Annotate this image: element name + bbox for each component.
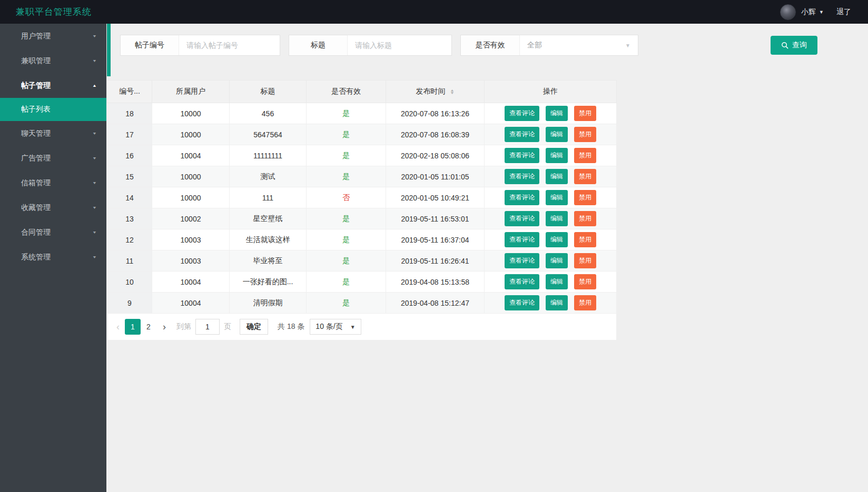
cell-title: 星空壁纸 bbox=[230, 208, 307, 229]
title-label: 标题 bbox=[289, 35, 348, 55]
cell-title: 5647564 bbox=[230, 124, 307, 145]
sidebar-item-label: 用户管理 bbox=[21, 32, 92, 41]
cell-title: 11111111 bbox=[230, 145, 307, 166]
disable-button[interactable]: 禁用 bbox=[574, 232, 596, 247]
posts-table: 编号... 所属用户 标题 是否有效 发布时间 ▲▼ 操作 18 10000 4… bbox=[107, 80, 617, 314]
cell-user: 10004 bbox=[152, 145, 230, 166]
cell-title: 清明假期 bbox=[230, 293, 307, 314]
view-comments-button[interactable]: 查看评论 bbox=[505, 232, 539, 247]
confirm-button[interactable]: 确定 bbox=[240, 319, 268, 335]
view-comments-button[interactable]: 查看评论 bbox=[505, 253, 539, 268]
sidebar-item-4[interactable]: 聊天管理▼ bbox=[0, 121, 106, 146]
cell-actions: 查看评论 编辑 禁用 bbox=[485, 166, 617, 187]
sidebar-item-label: 兼职管理 bbox=[21, 56, 92, 66]
cell-time: 2020-02-18 05:08:06 bbox=[386, 145, 485, 166]
disable-button[interactable]: 禁用 bbox=[574, 148, 596, 163]
view-comments-button[interactable]: 查看评论 bbox=[505, 211, 539, 226]
col-time[interactable]: 发布时间 ▲▼ bbox=[386, 81, 485, 103]
disable-button[interactable]: 禁用 bbox=[574, 190, 596, 205]
edit-button[interactable]: 编辑 bbox=[546, 148, 568, 163]
page-size-select[interactable]: 10 条/页 ▼ bbox=[310, 319, 361, 335]
chevron-down-icon: ▼ bbox=[92, 156, 97, 160]
disable-button[interactable]: 禁用 bbox=[574, 253, 596, 268]
cell-actions: 查看评论 编辑 禁用 bbox=[485, 272, 617, 293]
edit-button[interactable]: 编辑 bbox=[546, 127, 568, 142]
disable-button[interactable]: 禁用 bbox=[574, 127, 596, 142]
sort-icon[interactable]: ▲▼ bbox=[450, 89, 454, 94]
logout-link[interactable]: 退了 bbox=[836, 7, 851, 17]
sidebar-item-9[interactable]: 系统管理▼ bbox=[0, 245, 106, 269]
search-button[interactable]: 查询 bbox=[771, 36, 817, 55]
page-button-1[interactable]: 1 bbox=[125, 319, 141, 335]
sidebar-item-3[interactable]: 帖子列表 bbox=[0, 98, 106, 121]
disable-button[interactable]: 禁用 bbox=[574, 211, 596, 226]
scrollbar-thumb[interactable] bbox=[107, 24, 111, 76]
sidebar-item-label: 收藏管理 bbox=[21, 203, 92, 213]
cell-valid: 是 bbox=[307, 208, 386, 229]
app-title: 兼职平台管理系统 bbox=[16, 6, 92, 18]
sidebar-item-label: 聊天管理 bbox=[21, 129, 92, 138]
edit-button[interactable]: 编辑 bbox=[546, 232, 568, 247]
col-actions: 操作 bbox=[485, 81, 617, 103]
cell-valid: 否 bbox=[307, 187, 386, 208]
sidebar-item-1[interactable]: 兼职管理▼ bbox=[0, 48, 106, 73]
cell-id: 10 bbox=[107, 272, 152, 293]
pagination: ‹ 12 › 到第 页 确定 共 18 条 10 条/页 ▼ bbox=[107, 314, 616, 340]
edit-button[interactable]: 编辑 bbox=[546, 106, 568, 121]
view-comments-button[interactable]: 查看评论 bbox=[505, 169, 539, 184]
view-comments-button[interactable]: 查看评论 bbox=[505, 106, 539, 121]
cell-valid: 是 bbox=[307, 272, 386, 293]
cell-time: 2019-04-08 15:13:58 bbox=[386, 272, 485, 293]
view-comments-button[interactable]: 查看评论 bbox=[505, 274, 539, 289]
cell-user: 10004 bbox=[152, 293, 230, 314]
cell-user: 10000 bbox=[152, 187, 230, 208]
disable-button[interactable]: 禁用 bbox=[574, 295, 596, 310]
cell-valid: 是 bbox=[307, 145, 386, 166]
cell-actions: 查看评论 编辑 禁用 bbox=[485, 208, 617, 229]
view-comments-button[interactable]: 查看评论 bbox=[505, 295, 539, 310]
chevron-down-icon: ▼ bbox=[92, 255, 97, 259]
user-avatar[interactable] bbox=[780, 4, 796, 20]
filter-title: 标题 bbox=[289, 35, 452, 56]
edit-button[interactable]: 编辑 bbox=[546, 295, 568, 310]
view-comments-button[interactable]: 查看评论 bbox=[505, 148, 539, 163]
sidebar-item-7[interactable]: 收藏管理▼ bbox=[0, 195, 106, 220]
disable-button[interactable]: 禁用 bbox=[574, 274, 596, 289]
edit-button[interactable]: 编辑 bbox=[546, 169, 568, 184]
post-id-input[interactable] bbox=[179, 35, 280, 55]
disable-button[interactable]: 禁用 bbox=[574, 106, 596, 121]
col-valid: 是否有效 bbox=[307, 81, 386, 103]
cell-user: 10000 bbox=[152, 103, 230, 124]
sidebar-item-5[interactable]: 广告管理▼ bbox=[0, 146, 106, 170]
sidebar-item-2[interactable]: 帖子管理▲ bbox=[0, 73, 106, 98]
main-content: 帖子编号 标题 是否有效 全部 ▼ 查询 编号... 所属用户 bbox=[106, 24, 868, 492]
cell-actions: 查看评论 编辑 禁用 bbox=[485, 187, 617, 208]
cell-user: 10003 bbox=[152, 229, 230, 250]
view-comments-button[interactable]: 查看评论 bbox=[505, 190, 539, 205]
sidebar-menu: 用户管理▼兼职管理▼帖子管理▲帖子列表聊天管理▼广告管理▼信箱管理▼收藏管理▼合… bbox=[0, 24, 106, 269]
chevron-down-icon: ▼ bbox=[819, 9, 824, 15]
sidebar-item-0[interactable]: 用户管理▼ bbox=[0, 24, 106, 48]
filter-post-id: 帖子编号 bbox=[120, 35, 280, 56]
view-comments-button[interactable]: 查看评论 bbox=[505, 127, 539, 142]
pagination-pages: 12 bbox=[125, 319, 156, 335]
cell-user: 10000 bbox=[152, 124, 230, 145]
edit-button[interactable]: 编辑 bbox=[546, 190, 568, 205]
sidebar-item-6[interactable]: 信箱管理▼ bbox=[0, 170, 106, 195]
next-page-icon[interactable]: › bbox=[163, 322, 166, 333]
cell-valid: 是 bbox=[307, 293, 386, 314]
edit-button[interactable]: 编辑 bbox=[546, 253, 568, 268]
goto-page-input[interactable] bbox=[195, 319, 220, 335]
cell-id: 18 bbox=[107, 103, 152, 124]
prev-page-icon[interactable]: ‹ bbox=[116, 322, 120, 333]
valid-select[interactable]: 全部 ▼ bbox=[520, 35, 638, 55]
page-button-2[interactable]: 2 bbox=[141, 319, 156, 335]
user-menu[interactable]: 小辉 ▼ bbox=[801, 7, 824, 17]
disable-button[interactable]: 禁用 bbox=[574, 169, 596, 184]
edit-button[interactable]: 编辑 bbox=[546, 211, 568, 226]
table-body: 18 10000 456 是 2020-07-08 16:13:26 查看评论 … bbox=[107, 103, 617, 314]
title-input[interactable] bbox=[348, 35, 451, 55]
cell-valid: 是 bbox=[307, 103, 386, 124]
edit-button[interactable]: 编辑 bbox=[546, 274, 568, 289]
sidebar-item-8[interactable]: 合同管理▼ bbox=[0, 220, 106, 245]
